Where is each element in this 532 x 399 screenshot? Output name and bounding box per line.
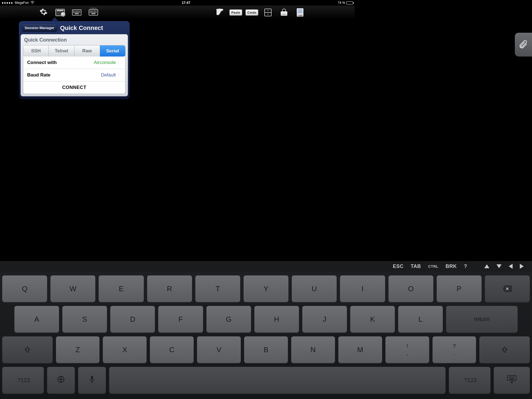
baud-rate-label: Baud Rate (27, 72, 50, 78)
carrier-label: MegaFon (15, 1, 29, 5)
keyboard-toggle-button[interactable] (72, 8, 81, 17)
gear-icon (39, 8, 48, 17)
chevron-right-icon: 〉 (117, 60, 121, 65)
scripts-button[interactable] (215, 8, 224, 17)
battery-icon (346, 1, 353, 4)
keyboard-accessory-bar: ESC TAB CTRL BRK ? (0, 261, 355, 266)
logs-icon: Logs (297, 8, 303, 17)
sessions-button[interactable] (55, 8, 65, 17)
session-manager-back-button[interactable]: Session Manager (22, 24, 57, 32)
section-header: Quick Connection (23, 37, 126, 45)
status-bar: ●●●●● MegaFon 17:47 74 % (0, 0, 355, 6)
connect-with-row[interactable]: Connect with Airconsole 〉 (23, 57, 125, 69)
paste-label: Paste (229, 9, 242, 16)
commands-button[interactable]: Cmds (247, 8, 257, 17)
cisco-keyboard-icon: CISCO (89, 9, 98, 16)
svg-point-1 (216, 9, 223, 11)
clock: 17:47 (34, 1, 338, 5)
chevron-right-icon: 〉 (117, 73, 121, 78)
signal-dots-icon: ●●●●● (2, 1, 13, 5)
filing-cabinet-icon (264, 9, 272, 16)
svg-point-0 (32, 3, 33, 4)
tab-raw[interactable]: Raw (75, 45, 100, 57)
cmds-label: Cmds (245, 9, 259, 16)
save-button[interactable] (263, 8, 273, 17)
tab-ssh[interactable]: SSH (23, 45, 49, 57)
lock-icon: **** (280, 9, 288, 16)
connect-with-label: Connect with (27, 60, 57, 65)
script-scroll-icon (215, 8, 224, 17)
cisco-keyboard-button[interactable]: CISCO (89, 8, 98, 17)
logs-button[interactable]: Logs (295, 8, 305, 17)
tab-serial[interactable]: Serial (100, 45, 125, 57)
popover-arrow-icon (51, 17, 59, 22)
wifi-icon (30, 1, 34, 5)
battery-percent: 74 % (338, 1, 345, 5)
keyboard-icon (72, 9, 81, 16)
tab-telnet[interactable]: Telnet (49, 45, 74, 57)
protocol-segmented-control: SSH Telnet Raw Serial (23, 45, 126, 57)
connect-button[interactable]: CONNECT (23, 81, 125, 94)
baud-rate-row[interactable]: Baud Rate Default 〉 (23, 69, 125, 81)
password-vault-button[interactable]: **** (279, 8, 289, 17)
paste-button[interactable]: Paste (231, 8, 241, 17)
connect-label: CONNECT (62, 85, 86, 90)
connect-with-value: Airconsole (94, 60, 116, 65)
sessions-icon (55, 9, 65, 16)
popover-title: Quick Connect (60, 24, 103, 32)
settings-button[interactable] (39, 8, 48, 17)
baud-rate-value: Default (101, 72, 116, 78)
quick-connect-popover: Session Manager Quick Connect Quick Conn… (19, 21, 130, 99)
